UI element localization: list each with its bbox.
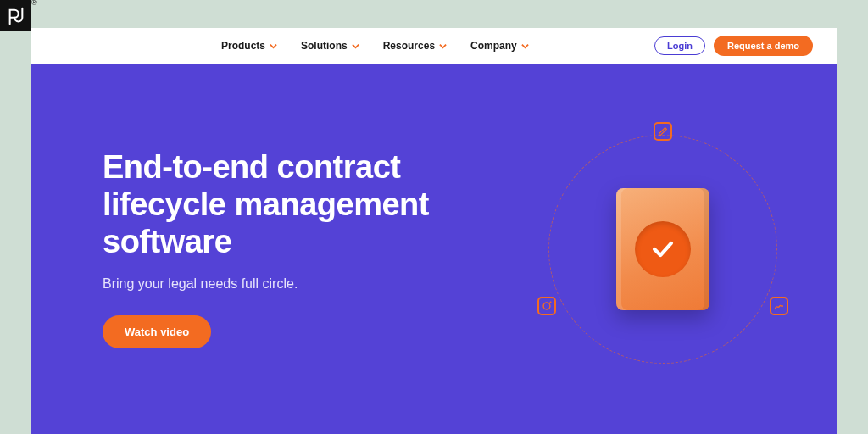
edit-icon [654, 122, 672, 141]
hero-illustration [536, 122, 790, 376]
registered-mark: ® [31, 0, 37, 7]
chevron-down-icon [439, 42, 447, 50]
watch-video-button[interactable]: Watch video [103, 315, 211, 348]
top-nav: Products Solutions Resources Company Log… [31, 28, 837, 64]
sign-icon [770, 297, 788, 315]
login-button[interactable]: Login [654, 36, 705, 55]
nav-item-label: Company [470, 40, 517, 52]
request-demo-button[interactable]: Request a demo [714, 36, 813, 56]
nav-item-label: Resources [383, 40, 435, 52]
chevron-down-icon [352, 42, 359, 50]
send-icon [537, 297, 556, 315]
document-icon [616, 188, 709, 310]
nav-solutions[interactable]: Solutions [301, 40, 359, 52]
brand-logo[interactable] [0, 0, 31, 31]
chevron-down-icon [270, 42, 277, 50]
nav-products[interactable]: Products [221, 40, 277, 52]
hero-section: End-to-end contract lifecycle management… [31, 64, 837, 434]
checkmark-badge [635, 221, 691, 277]
hero-subtitle: Bring your legal needs full circle. [103, 276, 476, 292]
hero-title: End-to-end contract lifecycle management… [103, 149, 476, 260]
nav-resources[interactable]: Resources [383, 40, 447, 52]
nav-company[interactable]: Company [470, 40, 529, 52]
nav-item-label: Solutions [301, 40, 348, 52]
svg-point-0 [543, 303, 550, 309]
nav-item-label: Products [221, 40, 265, 52]
chevron-down-icon [521, 42, 529, 50]
check-icon [648, 235, 677, 264]
